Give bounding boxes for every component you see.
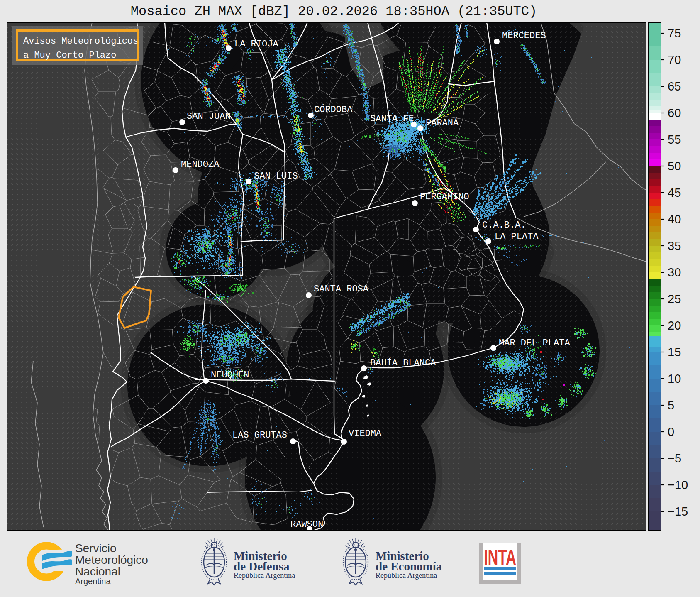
svg-text:República Argentina: República Argentina — [376, 571, 437, 580]
svg-text:75: 75 — [668, 27, 681, 40]
svg-text:45: 45 — [668, 186, 681, 199]
svg-text:0: 0 — [668, 425, 674, 438]
svg-text:25: 25 — [668, 292, 681, 306]
svg-text:40: 40 — [668, 213, 681, 226]
svg-text:−5: −5 — [668, 452, 681, 465]
svg-text:CÓRDOBA: CÓRDOBA — [314, 104, 353, 115]
svg-text:LA RIOJA: LA RIOJA — [234, 39, 278, 49]
svg-text:PARANÁ: PARANÁ — [426, 117, 459, 128]
svg-text:10: 10 — [668, 372, 681, 385]
svg-text:VIEDMA: VIEDMA — [349, 428, 382, 439]
svg-text:BAHÍA BLANCA: BAHÍA BLANCA — [370, 357, 436, 368]
svg-text:SANTA FE: SANTA FE — [370, 114, 414, 124]
svg-text:NEUQUÉN: NEUQUÉN — [211, 369, 249, 380]
svg-text:SAN JUAN: SAN JUAN — [187, 111, 231, 122]
svg-text:Argentina: Argentina — [75, 577, 111, 586]
svg-text:70: 70 — [668, 53, 681, 66]
svg-text:MERCEDES: MERCEDES — [502, 31, 546, 41]
svg-text:MENDOZA: MENDOZA — [181, 159, 220, 170]
svg-text:Meteorológico: Meteorológico — [75, 553, 148, 566]
svg-text:PERGAMINO: PERGAMINO — [420, 192, 469, 202]
svg-text:35: 35 — [668, 239, 681, 252]
svg-text:30: 30 — [668, 266, 681, 279]
svg-text:LA PLATA: LA PLATA — [495, 232, 539, 242]
svg-text:50: 50 — [668, 159, 681, 173]
svg-text:65: 65 — [668, 80, 681, 93]
svg-text:60: 60 — [668, 106, 681, 120]
svg-text:República Argentina: República Argentina — [234, 571, 295, 580]
svg-text:LAS GRUTAS: LAS GRUTAS — [232, 430, 287, 440]
svg-text:−10: −10 — [668, 478, 688, 492]
svg-text:SANTA ROSA: SANTA ROSA — [314, 284, 369, 294]
svg-text:MAR DEL PLATA: MAR DEL PLATA — [499, 338, 570, 348]
svg-text:Servicio: Servicio — [75, 542, 117, 555]
svg-text:C.A.B.A.: C.A.B.A. — [482, 220, 526, 230]
svg-text:15: 15 — [668, 345, 681, 359]
svg-text:Nacional: Nacional — [75, 565, 120, 578]
svg-text:RAWSON: RAWSON — [290, 519, 323, 530]
svg-text:5: 5 — [668, 399, 674, 412]
svg-text:55: 55 — [668, 133, 681, 146]
svg-text:20: 20 — [668, 319, 681, 332]
svg-text:SAN LUIS: SAN LUIS — [254, 171, 298, 181]
svg-text:−15: −15 — [668, 505, 688, 518]
svg-text:INTA: INTA — [484, 545, 516, 569]
